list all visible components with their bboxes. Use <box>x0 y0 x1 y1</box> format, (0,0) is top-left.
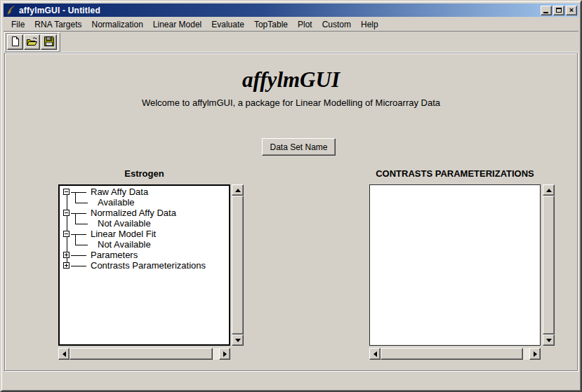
menu-normalization[interactable]: Normalization <box>87 18 148 31</box>
toolbar-button-group <box>4 32 60 52</box>
scroll-left-button[interactable] <box>369 348 381 360</box>
tree-node-parameters[interactable]: Parameters <box>91 250 138 261</box>
tree-branch-line <box>71 255 86 256</box>
tree-node-raw-affy-data[interactable]: Raw Affy Data <box>91 187 148 198</box>
left-vertical-scrollbar[interactable] <box>232 184 244 346</box>
tree-node-status[interactable]: Not Available <box>98 239 151 250</box>
tree-branch-line <box>71 192 86 193</box>
tree-node-status[interactable]: Not Available <box>98 218 151 229</box>
blank-page-icon <box>10 36 21 49</box>
right-panel-header: CONTRASTS PARAMETERIZATIONS <box>369 168 541 180</box>
scrollbar-thumb[interactable] <box>543 196 555 334</box>
welcome-text: Welcome to affylmGUI, a package for Line… <box>5 97 577 108</box>
toolbar <box>4 31 578 53</box>
close-button[interactable]: × <box>566 6 577 15</box>
scroll-right-button[interactable] <box>529 348 541 360</box>
tree-minus-box-icon[interactable] <box>63 189 70 195</box>
close-icon: × <box>569 6 574 14</box>
menu-help[interactable]: Help <box>356 18 383 31</box>
tree-branch-line <box>75 234 76 245</box>
tree-node-contrasts-parameterizations[interactable]: Contrasts Parameterizations <box>91 260 206 271</box>
right-vertical-scrollbar[interactable] <box>543 184 555 346</box>
menu-evaluate[interactable]: Evaluate <box>206 18 249 31</box>
tree-minus-box-icon[interactable] <box>63 231 70 237</box>
main-content-frame: affylmGUI Welcome to affylmGUI, a packag… <box>4 53 578 371</box>
tree-plus-box-icon[interactable] <box>63 262 70 269</box>
triangle-left-icon <box>373 351 377 357</box>
triangle-up-icon <box>546 189 552 192</box>
triangle-up-icon <box>235 189 241 192</box>
tk-feather-icon <box>5 5 16 16</box>
triangle-down-icon <box>546 339 552 342</box>
menu-toptable[interactable]: TopTable <box>249 18 293 31</box>
data-set-name-button[interactable]: Data Set Name <box>262 138 336 156</box>
minimize-button[interactable] <box>541 6 552 15</box>
left-panel-header: Estrogen <box>58 168 230 180</box>
left-horizontal-scrollbar[interactable] <box>58 348 230 360</box>
app-title: affylmGUI <box>5 67 577 93</box>
scrollbar-track[interactable] <box>523 348 529 360</box>
window-title: affylmGUI - Untitled <box>19 6 100 15</box>
scroll-down-button[interactable] <box>543 334 555 346</box>
scroll-right-button[interactable] <box>219 348 230 360</box>
tree-branch-line <box>71 234 86 235</box>
app-window: affylmGUI - Untitled × File RNA Targets … <box>0 0 582 392</box>
open-file-button[interactable] <box>24 34 40 50</box>
scroll-down-button[interactable] <box>232 334 244 346</box>
menu-rna-targets[interactable]: RNA Targets <box>29 18 86 31</box>
open-folder-icon <box>26 36 38 49</box>
tree-node-status[interactable]: Available <box>98 197 135 208</box>
minimize-icon <box>543 12 548 13</box>
scrollbar-track[interactable] <box>213 348 219 360</box>
tree-branch-line <box>75 203 88 203</box>
triangle-right-icon <box>534 351 537 357</box>
triangle-left-icon <box>62 351 66 357</box>
tree-plus-box-icon[interactable] <box>63 252 70 258</box>
tree-node-linear-model-fit[interactable]: Linear Model Fit <box>91 229 156 240</box>
triangle-right-icon <box>223 351 227 357</box>
tree-branch-line <box>71 213 86 214</box>
tree-branch-line <box>75 245 88 245</box>
status-tree-canvas[interactable]: Raw Affy Data Available Normalized Affy … <box>58 184 230 346</box>
menu-file[interactable]: File <box>6 18 29 31</box>
tree-minus-box-icon[interactable] <box>63 210 70 216</box>
contrasts-listbox[interactable] <box>369 184 541 346</box>
menu-linear-model[interactable]: Linear Model <box>148 18 206 31</box>
triangle-down-icon <box>235 339 241 342</box>
title-bar[interactable]: affylmGUI - Untitled × <box>4 4 578 17</box>
scroll-left-button[interactable] <box>58 348 70 360</box>
new-file-button[interactable] <box>7 34 23 50</box>
menu-custom[interactable]: Custom <box>317 18 356 31</box>
maximize-icon <box>556 8 562 13</box>
scrollbar-thumb[interactable] <box>232 196 244 334</box>
tree-branch-line <box>75 192 76 203</box>
right-horizontal-scrollbar[interactable] <box>369 348 541 360</box>
scroll-up-button[interactable] <box>543 184 555 196</box>
scrollbar-thumb[interactable] <box>70 348 213 360</box>
tree-branch-line <box>75 213 76 224</box>
tree-branch-line <box>75 224 88 224</box>
menu-bar: File RNA Targets Normalization Linear Mo… <box>4 18 578 31</box>
save-file-button[interactable] <box>41 34 57 50</box>
save-floppy-icon <box>44 36 55 49</box>
scrollbar-thumb[interactable] <box>381 348 523 360</box>
menu-plot[interactable]: Plot <box>293 18 317 31</box>
maximize-button[interactable] <box>553 6 564 15</box>
scroll-up-button[interactable] <box>232 184 244 196</box>
tree-branch-line <box>71 266 86 266</box>
tree-node-normalized-affy-data[interactable]: Normalized Affy Data <box>91 208 176 219</box>
